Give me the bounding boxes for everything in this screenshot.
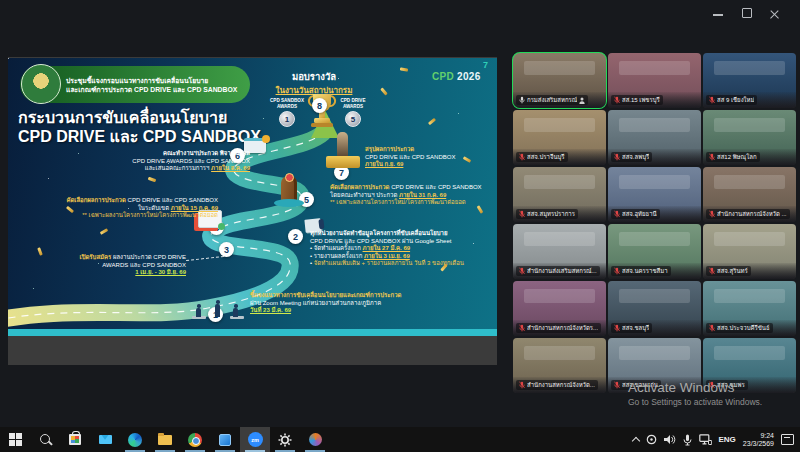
mic-muted-icon (709, 267, 715, 275)
taskbar-settings-button[interactable] (270, 427, 300, 452)
sandbox-medal: 1 (279, 111, 295, 127)
slide-title: กระบวนการขับเคลื่อนนโยบาย CPD DRIVE และ … (18, 108, 261, 146)
participant-tile[interactable]: สสจ.สุรินทร์ (703, 224, 796, 279)
bottom-margin (0, 452, 800, 468)
participant-tile[interactable]: กรมส่งเสริมสหกรณ์ (513, 53, 606, 108)
participant-name-label: สสจ.ปราจีนบุรี (516, 152, 568, 162)
cpd2026-logo: CPD 2026 (432, 71, 481, 82)
participant-video-grid: กรมส่งเสริมสหกรณ์ สส.15 เพชรบุรี สส 9 เช… (513, 53, 796, 393)
windows-logo-icon (9, 433, 22, 446)
slide-title-line2: CPD DRIVE และ CPD SANDBOX (18, 127, 261, 146)
participant-tile[interactable]: สส.15 เพชรบุรี (608, 53, 701, 108)
network-display-icon[interactable] (699, 434, 712, 445)
windows-taskbar: zm (0, 427, 800, 452)
taskbar-explorer-button[interactable] (150, 427, 180, 452)
taskbar-search-button[interactable] (30, 427, 60, 452)
door-illustration (281, 176, 297, 201)
sandbox-award-label: CPD SANDBOXAWARDS (265, 98, 309, 109)
taskbar-mail-button[interactable] (90, 427, 120, 452)
slide-corner-mark: 7 (483, 60, 488, 70)
watermark-line2: Go to Settings to activate Windows. (628, 397, 762, 407)
participant-tile[interactable]: สำนักงานสหกรณ์จังหวัดร... (513, 281, 606, 336)
step-circle-3: 3 (219, 242, 234, 257)
header-line1: ประชุมชี้แจงกรอบแนวทางการขับเคลื่อนนโยบา… (66, 76, 237, 85)
step-5-text: คัดเลือกผลการประกวด CPD DRIVE และ CPD SA… (330, 184, 482, 207)
participant-tile[interactable]: สำนักงานส่งเสริมสหกรณ์... (513, 224, 606, 279)
mic-muted-icon (519, 324, 525, 332)
participant-tile[interactable]: สสจ.ปราจีนบุรี (513, 110, 606, 165)
participant-name-label: สำนักงานสหกรณ์จังหวัด... (516, 380, 598, 390)
mic-muted-icon (709, 210, 715, 218)
tray-update-icon[interactable] (646, 434, 657, 445)
window-controls (706, 4, 796, 24)
shared-screen-area: ประชุมชี้แจงกรอบแนวทางการขับเคลื่อนนโยบา… (8, 57, 497, 365)
participant-tile[interactable]: สส 9 เชียงใหม่ (703, 53, 796, 108)
microsoft-store-icon (69, 434, 81, 445)
taskbar-chrome-button[interactable] (180, 427, 210, 452)
taskbar-photos-button[interactable] (210, 427, 240, 452)
step-4-text: คัดเลือกผลการประกวด CPD DRIVE และ CPD SA… (66, 197, 218, 220)
action-center-icon[interactable] (781, 434, 794, 445)
participant-name-label: สส 9 เชียงใหม่ (706, 95, 757, 105)
mic-muted-icon (519, 153, 525, 161)
podium-illustration (326, 156, 360, 168)
award-bottle-illustration (337, 132, 348, 157)
tray-chevron-up-icon[interactable] (632, 436, 639, 443)
minimize-button[interactable] (706, 4, 730, 22)
participant-name-label: สสจ.ประจวบคีรีขันธ์ (706, 323, 773, 333)
restore-button[interactable] (734, 4, 758, 22)
participant-tile[interactable]: สำนักงานสหกรณ์จังหวัด... (513, 338, 606, 393)
microphone-icon[interactable] (683, 434, 692, 446)
mic-muted-icon (519, 267, 525, 275)
close-button[interactable] (762, 4, 786, 22)
participant-tile[interactable]: สสจ.ชลบุรี (608, 281, 701, 336)
participant-name-label: สสจ.ลพบุรี (611, 152, 652, 162)
participant-tile[interactable]: สสจ.ลพบุรี (608, 110, 701, 165)
zoom-meeting-window: ประชุมชี้แจงกรอบแนวทางการขับเคลื่อนนโยบา… (0, 0, 800, 427)
step-circle-8: 8 (312, 98, 327, 113)
language-indicator[interactable]: ENG (719, 435, 736, 444)
search-icon (39, 433, 52, 446)
step-circle-2: 2 (288, 229, 303, 244)
mic-muted-icon (709, 96, 715, 104)
participant-tile[interactable]: สสจ.นครราชสีมา (608, 224, 701, 279)
avatar-icon (579, 97, 585, 104)
participant-tile[interactable]: สสจ.ประจวบคีรีขันธ์ (703, 281, 796, 336)
platform-illustration (274, 199, 304, 207)
step-1-text: ชี้แจงแนวทางการขับเคลื่อนนโยบายและเกณฑ์ก… (250, 292, 401, 315)
clock[interactable]: 9:24 23/3/2569 (743, 432, 774, 448)
taskbar-store-button[interactable] (60, 427, 90, 452)
step-6-text: คณะทำงานฯประกวด พิจารณาผล CPD DRIVE AWAR… (132, 150, 250, 173)
mic-muted-icon (709, 324, 715, 332)
mic-muted-icon (614, 381, 620, 389)
edge-icon (128, 433, 142, 447)
paint3d-icon (309, 433, 322, 446)
participant-tile[interactable]: สำนักงานสหกรณ์จังหวัด ... (703, 167, 796, 222)
gear-icon (278, 433, 292, 447)
system-tray: ENG 9:24 23/3/2569 (632, 427, 795, 452)
mic-muted-icon (519, 210, 525, 218)
participant-name-label: สสจ.สมุทรปราการ (516, 209, 578, 219)
participant-tile[interactable]: สสจ.สมุทรปราการ (513, 167, 606, 222)
taskbar-zoom-button[interactable]: zm (240, 427, 270, 452)
step-2-text: ทุกหน่วยงานจัดทำข้อมูลโครงการที่ขับเคลื่… (310, 230, 464, 268)
step-3-text: เปิดรับสมัคร ผลงานประกวด CPD DRIVE AWARD… (80, 254, 186, 277)
mic-muted-icon (519, 381, 525, 389)
mic-muted-icon (709, 153, 715, 161)
chrome-icon (188, 433, 202, 447)
taskbar-paint3d-button[interactable] (300, 427, 330, 452)
participant-tile[interactable]: สส12 พิษณุโลก (703, 110, 796, 165)
start-button[interactable] (0, 427, 30, 452)
speaker-icon[interactable] (664, 434, 676, 445)
photos-icon (219, 434, 231, 446)
participant-tile[interactable]: สสจ.อุทัยธานี (608, 167, 701, 222)
participant-name-label: สำนักงานสหกรณ์จังหวัดร... (516, 323, 601, 333)
watermark-line1: Activate Windows (628, 380, 762, 395)
participant-name-label: สส.15 เพชรบุรี (611, 95, 663, 105)
mic-muted-icon (614, 153, 620, 161)
people-illustration (192, 301, 244, 319)
taskbar-edge-button[interactable] (120, 427, 150, 452)
zoom-app-icon: zm (248, 432, 263, 447)
slide-bottom-band (8, 329, 497, 336)
mic-muted-icon (614, 324, 620, 332)
